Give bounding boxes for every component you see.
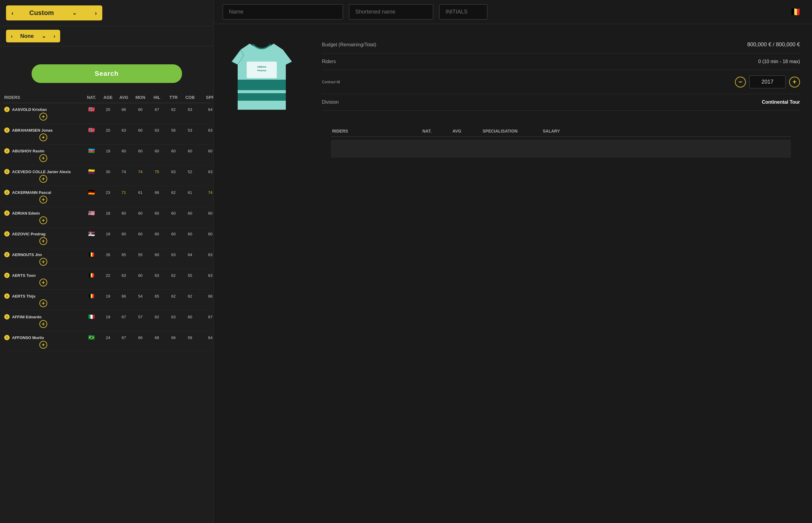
rider-cob: 63 xyxy=(182,107,198,112)
rider-hil: 68 xyxy=(149,336,165,340)
team-name-input[interactable] xyxy=(223,4,343,20)
info-icon[interactable]: i xyxy=(4,107,10,112)
add-rider-button[interactable]: + xyxy=(39,154,47,162)
rider-mon: 60 xyxy=(132,232,149,236)
rider-cob: 60 xyxy=(182,211,198,216)
rider-mon: 55 xyxy=(132,252,149,257)
budget-value: 800,000 € / 800,000 € xyxy=(747,41,800,48)
rider-hil: 60 xyxy=(149,232,165,236)
riders-table[interactable]: RIDERS NAT. AGE AVG MON HIL TTR COB SPR … xyxy=(0,92,213,523)
rider-spr: 60 xyxy=(198,211,213,216)
rider-name: i ADRIAN Edwin xyxy=(4,211,83,216)
add-rider-button[interactable]: + xyxy=(39,237,47,245)
contract-increment-button[interactable]: + xyxy=(789,77,800,88)
info-icon[interactable]: i xyxy=(4,127,10,133)
rider-spr: 67 xyxy=(198,315,213,319)
info-icon[interactable]: i xyxy=(4,148,10,154)
rider-mon: 57 xyxy=(132,315,149,319)
contract-decrement-button[interactable]: − xyxy=(735,77,746,88)
add-rider-button[interactable]: + xyxy=(39,216,47,224)
rider-name: i AFFONSO Murilo xyxy=(4,335,83,340)
rider-mon: 74 xyxy=(132,169,149,174)
rider-name-text: ADRIAN Edwin xyxy=(12,211,40,216)
top-bar: ‹ Custom ⌄ › xyxy=(0,0,213,26)
rider-cob: 55 xyxy=(182,273,198,278)
info-icon[interactable]: i xyxy=(4,335,10,340)
add-rider-button[interactable]: + xyxy=(39,258,47,266)
info-icon[interactable]: i xyxy=(4,211,10,216)
search-button[interactable]: Search xyxy=(32,64,182,83)
none-dropdown[interactable]: ‹ None ⌄ › xyxy=(6,30,60,42)
team-body: OMEGA Pharma Budget (Remaining/Total xyxy=(213,24,812,523)
col-nat: NAT. xyxy=(83,95,101,100)
rider-avg: 60 xyxy=(116,149,132,153)
rider-avg: 60 xyxy=(116,211,132,216)
rider-mon: 60 xyxy=(132,149,149,153)
info-icon[interactable]: i xyxy=(4,252,10,257)
add-rider-button[interactable]: + xyxy=(39,341,47,349)
rider-hil: 63 xyxy=(149,273,165,278)
team-flag: 🇧🇪 xyxy=(788,6,803,18)
custom-dropdown[interactable]: ‹ Custom ⌄ › xyxy=(6,5,102,20)
initials-input[interactable] xyxy=(439,4,487,20)
info-icon[interactable]: i xyxy=(4,231,10,237)
table-row: i AERNOUTS Jim 🇧🇪 26 65 55 60 63 64 63 2… xyxy=(3,248,210,269)
add-rider-cell: + xyxy=(4,133,83,141)
next-none-arrow-icon[interactable]: › xyxy=(54,33,55,39)
rider-name: i AERTS Toon xyxy=(4,273,83,278)
info-icon[interactable]: i xyxy=(4,190,10,195)
col-avg: AVG xyxy=(116,95,132,100)
add-rider-button[interactable]: + xyxy=(39,196,47,203)
table-header: RIDERS NAT. AGE AVG MON HIL TTR COB SPR … xyxy=(3,92,210,103)
contract-year-input[interactable] xyxy=(749,75,785,88)
table-body: i AASVOLD Kristian 🇳🇴 20 66 60 67 62 63 … xyxy=(3,103,210,352)
add-rider-cell: + xyxy=(4,300,83,307)
add-rider-button[interactable]: + xyxy=(39,113,47,121)
rt-col-riders: RIDERS xyxy=(332,129,422,133)
add-rider-button[interactable]: + xyxy=(39,300,47,307)
add-rider-button[interactable]: + xyxy=(39,320,47,328)
rider-ttr: 62 xyxy=(165,273,182,278)
rider-mon: 60 xyxy=(132,211,149,216)
col-cob: COB xyxy=(182,95,198,100)
rider-cob: 59 xyxy=(182,336,198,340)
add-rider-button[interactable]: + xyxy=(39,133,47,141)
info-icon[interactable]: i xyxy=(4,273,10,278)
rider-hil: 62 xyxy=(149,315,165,319)
rider-cob: 60 xyxy=(182,232,198,236)
rider-cob: 60 xyxy=(182,315,198,319)
rider-name-text: ADZOVIC Predrag xyxy=(12,232,46,236)
rider-age: 18 xyxy=(101,211,116,216)
table-row: i AASVOLD Kristian 🇳🇴 20 66 60 67 62 63 … xyxy=(3,103,210,124)
rider-avg: 74 xyxy=(116,169,132,174)
add-rider-button[interactable]: + xyxy=(39,175,47,183)
add-rider-button[interactable]: + xyxy=(39,278,47,286)
svg-rect-0 xyxy=(238,80,286,90)
info-icon[interactable]: i xyxy=(4,293,10,299)
info-icon[interactable]: i xyxy=(4,314,10,320)
second-bar: ‹ None ⌄ › xyxy=(0,26,213,46)
division-row: Division Continental Tour xyxy=(322,94,800,111)
rider-name: i AFFINI Edoardo xyxy=(4,314,83,320)
rider-hil: 60 xyxy=(149,252,165,257)
table-row: i ADRIAN Edwin 🇺🇸 18 60 60 60 60 60 60 2… xyxy=(3,207,210,228)
budget-row: Budget (Remaining/Total) 800,000 € / 800… xyxy=(322,36,800,54)
table-row: i AFFINI Edoardo 🇮🇹 19 67 57 62 63 60 67… xyxy=(3,310,210,331)
rider-mon: 61 xyxy=(132,190,149,195)
rider-ttr: 63 xyxy=(165,315,182,319)
next-arrow-icon[interactable]: › xyxy=(95,10,97,17)
rider-ttr: 56 xyxy=(165,128,182,132)
rider-cob: 64 xyxy=(182,252,198,257)
rider-avg: 63 xyxy=(116,273,132,278)
table-row: i ADZOVIC Predrag 🇷🇸 19 60 60 60 60 60 6… xyxy=(3,228,210,248)
col-spr: SPR xyxy=(198,95,213,100)
right-table-empty-row xyxy=(331,140,791,158)
prev-none-arrow-icon[interactable]: ‹ xyxy=(11,33,13,39)
riders-value: 0 (10 min - 18 max) xyxy=(758,59,800,64)
table-row: i ABRAHAMSEN Jonas 🇳🇴 20 63 60 63 56 53 … xyxy=(3,124,210,145)
shortened-name-input[interactable] xyxy=(349,4,433,20)
info-icon[interactable]: i xyxy=(4,169,10,174)
rider-name-text: AERNOUTS Jim xyxy=(12,252,42,257)
prev-arrow-icon[interactable]: ‹ xyxy=(12,10,14,17)
rider-name-text: ABRAHAMSEN Jonas xyxy=(12,128,53,132)
